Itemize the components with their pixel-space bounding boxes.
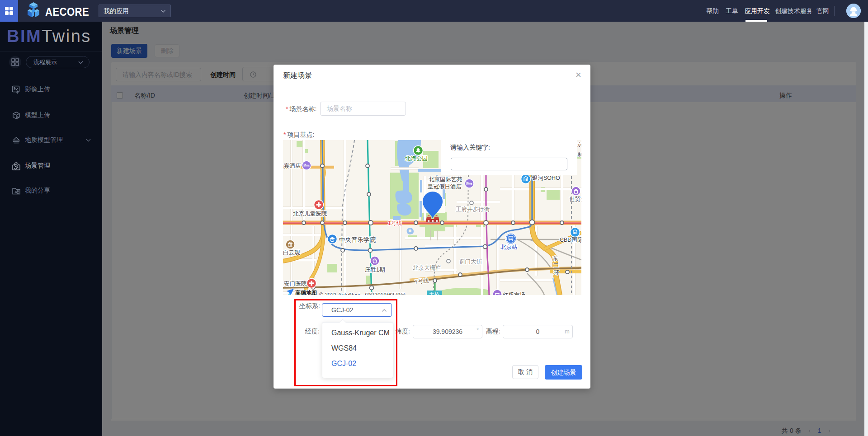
svg-text:宾酒店: 宾酒店 — [284, 163, 301, 169]
svg-text:制: 制 — [578, 152, 581, 157]
svg-text:1号线: 1号线 — [388, 220, 402, 226]
svg-text:北京国际艺苑: 北京国际艺苑 — [429, 176, 462, 183]
svg-text:庄胜1期: 庄胜1期 — [365, 267, 385, 273]
svg-text:北海公园: 北海公园 — [405, 155, 428, 162]
svg-text:天桥: 天桥 — [429, 291, 439, 295]
svg-text:北京儿童医院: 北京儿童医院 — [293, 211, 327, 217]
svg-text:世贸天: 世贸天 — [569, 196, 581, 202]
svg-text:中央音乐学院: 中央音乐学院 — [339, 236, 376, 243]
svg-text:© 2021 AutoNavi - GS(2019)6379: © 2021 AutoNavi - GS(2019)6379号 — [319, 292, 406, 295]
svg-text:环: 环 — [553, 270, 560, 276]
svg-text:北京大栅栏: 北京大栅栏 — [413, 265, 441, 271]
svg-text:安门医院: 安门医院 — [284, 281, 307, 287]
svg-text:皇冠假日酒店: 皇冠假日酒店 — [428, 183, 462, 190]
svg-text:白云观: 白云观 — [283, 249, 300, 256]
svg-text:前门大街: 前门大街 — [459, 258, 482, 265]
svg-text:CBD国际: CBD国际 — [560, 237, 581, 243]
svg-text:王府井步行街: 王府井步行街 — [456, 206, 490, 212]
svg-text:红桥市场: 红桥市场 — [503, 292, 525, 295]
svg-text:高德地图: 高德地图 — [295, 290, 317, 295]
svg-text:北京站: 北京站 — [500, 244, 518, 250]
svg-text:银河SOHO: 银河SOHO — [532, 175, 560, 181]
svg-text:东: 东 — [552, 255, 558, 262]
svg-text:二: 二 — [553, 263, 559, 269]
svg-text:京: 京 — [577, 142, 581, 147]
